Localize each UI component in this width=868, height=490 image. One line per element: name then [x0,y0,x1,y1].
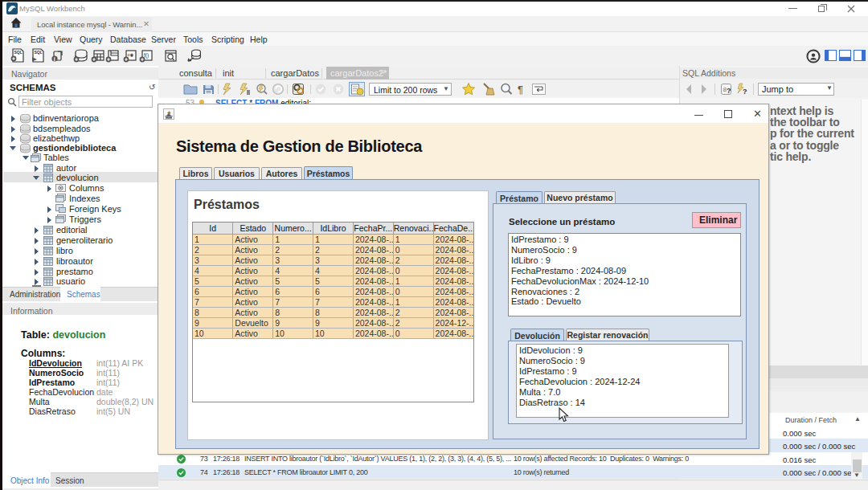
svg-text:?: ? [743,88,747,96]
svg-text:SQL: SQL [35,50,43,55]
svg-text:f(): f() [144,52,149,59]
svg-text:o◉: o◉ [128,52,134,57]
svg-text:SQL: SQL [14,50,23,55]
svg-text:¶: ¶ [518,84,523,96]
svg-text:i: i [54,56,55,62]
svg-text:?: ? [727,87,731,95]
